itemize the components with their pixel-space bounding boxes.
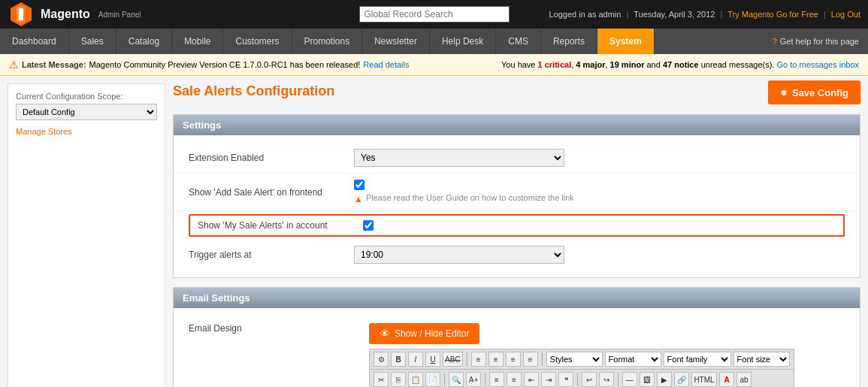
- toolbar-align-justify-btn[interactable]: ≡: [523, 352, 538, 367]
- content-area: Sale Alerts Configuration ● Save Config …: [173, 83, 860, 387]
- toolbar-italic-btn[interactable]: I: [408, 352, 423, 367]
- email-settings-panel: Email Settings Email Design 👁 Show / Hid…: [173, 287, 860, 387]
- format-select[interactable]: Format: [605, 352, 661, 367]
- toolbar-sep-1: [467, 352, 467, 366]
- nav-promotions[interactable]: Promotions: [292, 29, 363, 54]
- main-container: Current Configuration Scope: Default Con…: [0, 76, 868, 387]
- toolbar-hilite-btn[interactable]: ab: [736, 372, 752, 387]
- alert-message: Magento Community Preview Version CE 1.7…: [89, 60, 361, 69]
- eye-icon: 👁: [380, 328, 390, 340]
- hint-text: ▲ Please read the User Guide on how to c…: [354, 193, 845, 204]
- alert-bar: ⚠ Latest Message: Magento Community Prev…: [0, 54, 868, 76]
- toolbar-bold-btn[interactable]: B: [391, 352, 406, 367]
- header-right: Logged in as admin | Tuesday, April 3, 2…: [510, 10, 861, 19]
- try-magento-link[interactable]: Try Magento Go for Free: [727, 10, 818, 19]
- toolbar-row-1: ⚙ B I U ABC ≡ ≡ ≡ ≡: [370, 349, 794, 370]
- search-input[interactable]: [359, 6, 510, 23]
- toolbar-image-btn[interactable]: 🖼: [640, 372, 655, 387]
- toolbar-ol-btn[interactable]: ≡: [507, 372, 522, 387]
- toolbar-sep-6: [618, 373, 618, 386]
- toolbar-copy-btn[interactable]: ⎘: [391, 372, 406, 387]
- separator3: |: [824, 10, 826, 19]
- toolbar-plugin-btn[interactable]: ⚙: [374, 352, 389, 367]
- styles-select[interactable]: Styles: [546, 352, 603, 367]
- trigger-alerts-select[interactable]: 19:00 20:00 21:00: [354, 246, 564, 264]
- toolbar-align-right-btn[interactable]: ≡: [506, 352, 521, 367]
- toolbar-underline-btn[interactable]: U: [425, 352, 440, 367]
- show-hide-editor-button[interactable]: 👁 Show / Hide Editor: [369, 323, 479, 344]
- font-size-select[interactable]: Font size: [733, 352, 790, 367]
- logout-link[interactable]: Log Out: [831, 10, 860, 19]
- toolbar-superscript-btn[interactable]: A+: [466, 372, 481, 387]
- date-text: Tuesday, April 3, 2012: [634, 10, 715, 19]
- toolbar-align-center-btn[interactable]: ≡: [488, 352, 504, 367]
- logged-in-text: Logged in as admin: [549, 10, 621, 19]
- trigger-alerts-label: Trigger alerts at: [189, 249, 354, 260]
- toolbar-html-btn[interactable]: HTML: [691, 372, 717, 387]
- email-settings-body: Email Design 👁 Show / Hide Editor ⚙ B: [174, 308, 860, 387]
- save-button-label: Save Config: [792, 87, 848, 98]
- help-link[interactable]: ? Get help for this page: [773, 29, 868, 54]
- toolbar-paste-btn[interactable]: 📋: [408, 372, 423, 387]
- extension-enabled-control[interactable]: Yes No: [354, 149, 845, 167]
- toolbar-sep-2: [542, 352, 543, 366]
- toolbar-fontcolor-btn[interactable]: A: [719, 372, 734, 387]
- inbox-link[interactable]: Go to messages inbox: [777, 60, 859, 69]
- toolbar-cut-btn[interactable]: ✂: [374, 372, 389, 387]
- toolbar-align-left-btn[interactable]: ≡: [471, 352, 486, 367]
- notice-count: 47 notice: [663, 60, 699, 69]
- nav-dashboard[interactable]: Dashboard: [0, 29, 69, 54]
- toolbar-indent-btn[interactable]: ⇥: [541, 372, 556, 387]
- nav-bar: Dashboard Sales Catalog Mobile Customers…: [0, 29, 868, 54]
- extension-enabled-label: Extension Enabled: [189, 153, 354, 163]
- magento-logo-icon: [8, 1, 35, 28]
- email-settings-header: Email Settings: [174, 288, 860, 308]
- alert-icon: ⚠: [9, 59, 19, 71]
- search-area[interactable]: [359, 6, 510, 23]
- scope-select[interactable]: Default Config: [16, 104, 157, 120]
- messages-text: You have: [501, 60, 538, 69]
- trigger-alerts-control[interactable]: 19:00 20:00 21:00: [354, 246, 845, 264]
- toolbar-strikethrough-btn[interactable]: ABC: [443, 352, 463, 367]
- toolbar-link-btn[interactable]: 🔗: [674, 372, 689, 387]
- extension-enabled-select[interactable]: Yes No: [354, 149, 564, 167]
- critical-count: 1 critical: [538, 60, 572, 69]
- unread-suffix: unread message(s).: [701, 60, 777, 69]
- show-my-sale-alerts-checkbox[interactable]: [363, 220, 374, 231]
- email-design-control: 👁 Show / Hide Editor ⚙ B I U A: [369, 323, 794, 387]
- nav-customers[interactable]: Customers: [223, 29, 292, 54]
- show-add-sale-alert-checkbox[interactable]: [354, 180, 364, 190]
- nav-catalog[interactable]: Catalog: [116, 29, 172, 54]
- nav-helpdesk[interactable]: Help Desk: [430, 29, 496, 54]
- page-title: Sale Alerts Configuration: [173, 83, 334, 99]
- font-family-select[interactable]: Font family: [664, 352, 731, 367]
- toolbar-blockquote-btn[interactable]: ❝: [558, 372, 573, 387]
- read-details-link[interactable]: Read details: [363, 60, 409, 69]
- nav-newsletter[interactable]: Newsletter: [362, 29, 430, 54]
- show-add-sale-alert-row: Show 'Add Sale Alert' on frontend ▲ Plea…: [174, 174, 860, 211]
- toolbar-ul-btn[interactable]: ≡: [489, 372, 504, 387]
- nav-mobile[interactable]: Mobile: [172, 29, 223, 54]
- show-my-sale-alerts-label: Show 'My Sale Alerts' in account: [198, 220, 363, 231]
- save-config-button[interactable]: ● Save Config: [768, 80, 860, 104]
- minor-count: 19 minor: [610, 60, 645, 69]
- nav-system[interactable]: System: [597, 29, 655, 54]
- nav-reports[interactable]: Reports: [541, 29, 597, 54]
- toolbar-row-2: ✂ ⎘ 📋 📄 🔍 A+ ≡ ≡: [370, 370, 794, 387]
- toolbar-hr-btn[interactable]: —: [622, 372, 637, 387]
- nav-sales[interactable]: Sales: [69, 29, 116, 54]
- toolbar-sep-4: [485, 373, 485, 386]
- toolbar-outdent-btn[interactable]: ⇤: [524, 372, 539, 387]
- toolbar-find-btn[interactable]: 🔍: [449, 372, 464, 387]
- alert-prefix: Latest Message:: [22, 60, 86, 69]
- toolbar-paste-text-btn[interactable]: 📄: [425, 372, 440, 387]
- editor-container: ⚙ B I U ABC ≡ ≡ ≡ ≡: [369, 349, 794, 387]
- settings-panel-header: Settings: [174, 115, 860, 135]
- logo-area: Magento Admin Panel: [8, 1, 359, 28]
- toolbar-media-btn[interactable]: ▶: [657, 372, 672, 387]
- nav-cms[interactable]: CMS: [496, 29, 541, 54]
- scope-label: Current Configuration Scope:: [16, 92, 157, 101]
- manage-stores-link[interactable]: Manage Stores: [16, 127, 72, 136]
- toolbar-redo-btn[interactable]: ↪: [599, 372, 614, 387]
- toolbar-undo-btn[interactable]: ↩: [582, 372, 597, 387]
